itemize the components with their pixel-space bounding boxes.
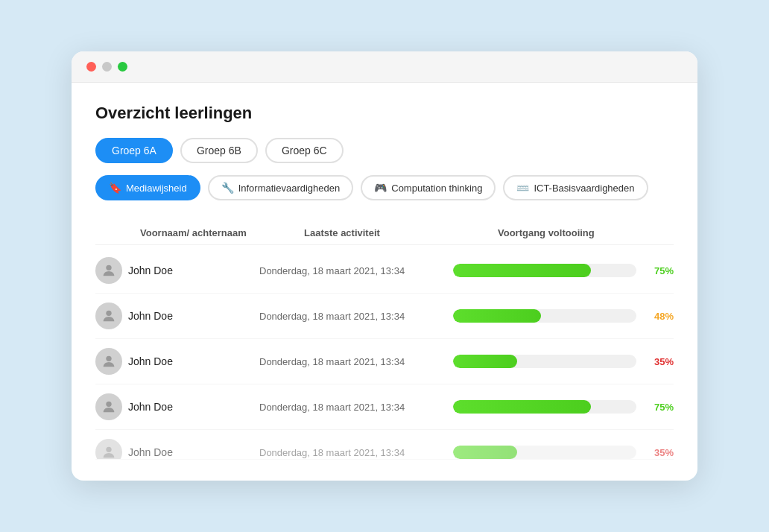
student-name: John Doe: [128, 265, 259, 276]
student-name: John Doe: [128, 446, 259, 458]
progress-bar-fill: [453, 309, 541, 323]
progress-bar-bg: [453, 400, 636, 414]
progress-cell: 48%: [453, 309, 674, 323]
table-row[interactable]: John Doe Donderdag, 18 maart 2021, 13:34…: [95, 339, 674, 384]
progress-bar-fill: [453, 446, 517, 459]
svg-point-1: [106, 311, 111, 316]
progress-cell: 35%: [453, 446, 674, 459]
ict-icon: ⌨️: [516, 182, 529, 194]
user-icon: [101, 444, 117, 460]
progress-bar-bg: [453, 446, 636, 459]
progress-pct: 75%: [647, 402, 674, 413]
avatar: [95, 393, 122, 420]
mediawijsheid-icon: 🔖: [109, 182, 121, 194]
user-icon: [101, 262, 117, 279]
group-tab-6c[interactable]: Groep 6C: [265, 138, 344, 163]
progress-pct: 35%: [647, 447, 674, 458]
minimize-dot[interactable]: [102, 62, 112, 72]
svg-point-3: [106, 402, 111, 407]
user-icon: [101, 308, 117, 324]
progress-pct: 35%: [647, 356, 674, 367]
svg-point-0: [106, 265, 111, 270]
progress-bar-fill: [453, 400, 591, 414]
progress-cell: 75%: [453, 264, 674, 277]
cat-tab-informatievaardigheden[interactable]: 🔧 Informatievaardigheden: [208, 175, 354, 200]
progress-bar-bg: [453, 355, 636, 368]
avatar: [95, 348, 122, 375]
table-row[interactable]: John Doe Donderdag, 18 maart 2021, 13:34…: [95, 430, 674, 460]
main-window: Overzicht leerlingen Groep 6A Groep 6B G…: [72, 51, 697, 481]
progress-bar-bg: [453, 264, 636, 277]
progress-cell: 75%: [453, 400, 674, 414]
group-tab-6a[interactable]: Groep 6A: [95, 138, 173, 163]
student-name: John Doe: [128, 401, 259, 413]
page-title: Overzicht leerlingen: [95, 104, 674, 123]
table-row[interactable]: John Doe Donderdag, 18 maart 2021, 13:34…: [95, 248, 674, 294]
last-activity: Donderdag, 18 maart 2021, 13:34: [259, 265, 453, 276]
progress-bar-fill: [453, 264, 591, 277]
user-icon: [101, 353, 117, 370]
svg-point-4: [106, 447, 111, 452]
cat-tab-mediawijsheid[interactable]: 🔖 Mediawijsheid: [95, 175, 200, 200]
category-tabs: 🔖 Mediawijsheid 🔧 Informatievaardigheden…: [95, 175, 674, 200]
title-bar: [72, 51, 697, 83]
cat-tab-computation-thinking[interactable]: 🎮 Computation thinking: [361, 175, 496, 200]
table-row[interactable]: John Doe Donderdag, 18 maart 2021, 13:34…: [95, 294, 674, 339]
table-row[interactable]: John Doe Donderdag, 18 maart 2021, 13:34…: [95, 384, 674, 430]
col-name: Voornaam/ achternaam: [140, 227, 304, 238]
avatar: [95, 303, 122, 329]
progress-pct: 75%: [647, 265, 674, 276]
student-name: John Doe: [128, 310, 259, 322]
table-header: Voornaam/ achternaam Laatste activiteit …: [95, 221, 674, 245]
student-name: John Doe: [128, 355, 259, 367]
last-activity: Donderdag, 18 maart 2021, 13:34: [259, 447, 453, 458]
progress-pct: 48%: [647, 311, 674, 322]
svg-point-2: [106, 356, 111, 361]
progress-cell: 35%: [453, 355, 674, 368]
last-activity: Donderdag, 18 maart 2021, 13:34: [259, 402, 453, 413]
group-tab-6b[interactable]: Groep 6B: [180, 138, 258, 163]
user-icon: [101, 399, 117, 415]
cat-label-mediawijsheid: Mediawijsheid: [126, 183, 187, 194]
content-area: Overzicht leerlingen Groep 6A Groep 6B G…: [72, 83, 697, 481]
last-activity: Donderdag, 18 maart 2021, 13:34: [259, 311, 453, 322]
avatar: [95, 257, 122, 284]
group-tabs: Groep 6A Groep 6B Groep 6C: [95, 138, 674, 163]
close-dot[interactable]: [86, 62, 96, 72]
cat-label-ict: ICT-Basisvaardigheden: [534, 183, 634, 194]
computation-icon: 🎮: [374, 182, 387, 194]
avatar: [95, 439, 122, 460]
cat-tab-ict-basisvaardigheden[interactable]: ⌨️ ICT-Basisvaardigheden: [503, 175, 648, 200]
progress-bar-bg: [453, 309, 636, 323]
informatievaardigheden-icon: 🔧: [221, 182, 234, 194]
cat-label-informatievaardigheden: Informatievaardigheden: [238, 183, 341, 194]
cat-label-computation: Computation thinking: [391, 183, 482, 194]
maximize-dot[interactable]: [118, 62, 127, 72]
progress-bar-fill: [453, 355, 517, 368]
col-activity: Laatste activiteit: [304, 227, 498, 238]
col-progress: Voortgang voltooiing: [498, 227, 674, 238]
last-activity: Donderdag, 18 maart 2021, 13:34: [259, 356, 453, 367]
